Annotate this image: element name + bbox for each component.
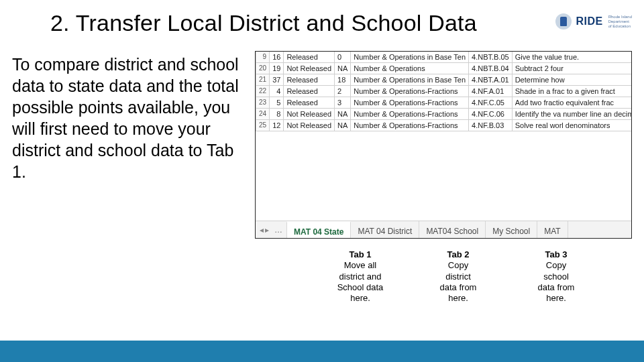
ride-logo-sub2: Department bbox=[608, 19, 632, 24]
tab-school[interactable]: MAT04 School bbox=[419, 221, 486, 238]
callout-tab2: Tab 2 Copy district data from here. bbox=[419, 248, 498, 304]
tab-my-school[interactable]: My School bbox=[486, 221, 537, 238]
slide-title: 2. Transfer Local District and School Da… bbox=[50, 10, 477, 36]
callout-tab1: Tab 1 Move all district and School data … bbox=[321, 248, 400, 304]
table-row: 9 16 Released 0 Number & Operations in B… bbox=[256, 52, 633, 63]
table-row: 22 4 Released 2 Number & Operations-Frac… bbox=[256, 86, 633, 97]
tab-mat[interactable]: MAT bbox=[537, 221, 568, 238]
callout-label: Tab 2 Copy district data from here. bbox=[440, 249, 477, 304]
tabs-next-icon[interactable]: ▸ bbox=[265, 225, 269, 235]
tabs-prev-icon[interactable]: ◂ bbox=[260, 225, 264, 235]
tabs-nav[interactable]: ◂ ▸ … bbox=[256, 221, 286, 238]
footer-bar bbox=[0, 341, 644, 362]
callout-label: Tab 3 Copy school data from here. bbox=[538, 249, 575, 304]
data-table: 9 16 Released 0 Number & Operations in B… bbox=[256, 52, 632, 131]
spreadsheet-preview: 9 16 Released 0 Number & Operations in B… bbox=[255, 51, 632, 239]
callout-tab3: Tab 3 Copy school data from here. bbox=[517, 248, 596, 304]
ride-logo-badge bbox=[555, 13, 572, 29]
table-row: 20 19 Not Released NA Number & Operation… bbox=[256, 63, 633, 74]
table-row: 24 8 Not Released NA Number & Operations… bbox=[256, 109, 633, 120]
tab-state[interactable]: MAT 04 State bbox=[286, 221, 351, 238]
tabs-ellipsis[interactable]: … bbox=[274, 225, 282, 235]
table-row: 21 37 Released 18 Number & Operations in… bbox=[256, 74, 633, 86]
body-paragraph: To compare district and school data to s… bbox=[12, 54, 247, 182]
table-row: 25 12 Not Released NA Number & Operation… bbox=[256, 120, 633, 131]
tab-district[interactable]: MAT 04 District bbox=[351, 221, 419, 238]
sheet-tabs-bar: ◂ ▸ … MAT 04 State MAT 04 District MAT04… bbox=[256, 221, 631, 238]
callouts: Tab 1 Move all district and School data … bbox=[321, 248, 596, 304]
ride-logo-sub1: Rhode Island bbox=[608, 15, 632, 19]
slide: 2. Transfer Local District and School Da… bbox=[0, 0, 644, 362]
ride-logo: RIDE Rhode Island Department of Educatio… bbox=[555, 13, 632, 29]
ride-logo-text: RIDE bbox=[576, 15, 602, 27]
ride-logo-sub3: of Education bbox=[608, 24, 632, 29]
table-row: 23 5 Released 3 Number & Operations-Frac… bbox=[256, 97, 633, 109]
callout-label: Tab 1 Move all district and School data … bbox=[337, 249, 384, 304]
